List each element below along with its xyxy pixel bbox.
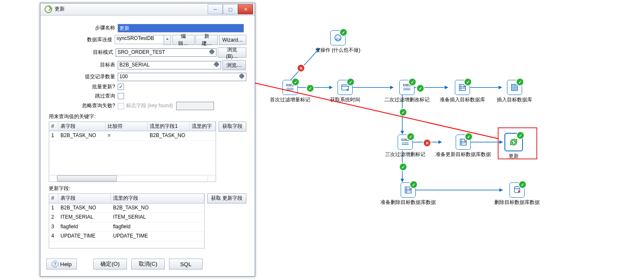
table-row[interactable]: 1B2B_TASK_NOB2B_TASK_NO bbox=[49, 203, 204, 213]
table-row[interactable]: 4UPDATE_TIMEUPDATE_TIME bbox=[49, 232, 204, 241]
maximize-button[interactable]: ▢ bbox=[223, 4, 238, 14]
update-section-title: 更新字段: bbox=[49, 185, 246, 192]
cancel-button[interactable]: 取消(C) bbox=[131, 259, 165, 269]
path-ok-icon: ✓ bbox=[399, 163, 407, 171]
svg-point-10 bbox=[335, 35, 341, 41]
node-ins[interactable]: ✓ 插入目标数据库 bbox=[497, 80, 532, 103]
node-filter1[interactable]: ✓ 首次过滤增量标记 bbox=[270, 80, 310, 103]
batch-label: 批量更新? bbox=[49, 84, 118, 90]
schema-input[interactable]: SRO_ORDER_TEST bbox=[116, 48, 216, 57]
keys-table-body[interactable]: 1B2B_TASK_NO=B2B_TASK_NO bbox=[49, 131, 216, 175]
svg-rect-19 bbox=[460, 139, 467, 145]
commit-input[interactable]: 100 bbox=[118, 73, 246, 81]
node-filter3[interactable]: ✓ 三次过滤增删标记 bbox=[385, 135, 425, 158]
connection-select[interactable]: syncSROTestDB bbox=[115, 35, 164, 44]
svg-rect-20 bbox=[405, 187, 412, 193]
dialog-buttons: ?Help 确定(O) 取消(C) SQL bbox=[46, 254, 249, 274]
dropdown-icon[interactable] bbox=[164, 35, 171, 45]
flow-canvas[interactable]: ✕ ✓ ✓ ✓ ✕ ✓ ✓ 空操作 (什么也不做) ✓ 首次过滤增量标记 ✓ 获… bbox=[261, 0, 555, 223]
table-row[interactable]: 1B2B_TASK_NO=B2B_TASK_NO bbox=[49, 131, 216, 141]
svg-point-12 bbox=[338, 37, 339, 37]
browse-table-button[interactable]: 浏览… bbox=[222, 60, 246, 70]
table-row[interactable]: 3flagfieldflagfield bbox=[49, 222, 204, 232]
node-del[interactable]: ✓ 删除目标数据库数据 bbox=[494, 182, 540, 206]
skip-checkbox[interactable] bbox=[118, 93, 124, 99]
batch-checkbox[interactable] bbox=[118, 84, 124, 90]
keyfield-input bbox=[176, 102, 214, 110]
conn-label: 数据库连接 bbox=[49, 37, 115, 43]
step-label: 步骤名称 bbox=[49, 25, 118, 32]
update-dialog: 更新 ─ ▢ ✕ 步骤名称 更新 数据库连接 syncSROTestDB 编辑…… bbox=[40, 3, 255, 277]
svg-rect-16 bbox=[459, 85, 466, 91]
step-name-input[interactable]: 更新 bbox=[118, 24, 244, 32]
dialog-title: 更新 bbox=[55, 6, 65, 13]
edit-button[interactable]: 编辑… bbox=[172, 35, 194, 45]
close-button[interactable]: ✕ bbox=[238, 4, 253, 14]
get-keys-button[interactable]: 获取字段 bbox=[219, 122, 246, 132]
keys-section-title: 用来查询值的关键字: bbox=[49, 114, 246, 120]
browse-schema-button[interactable]: 浏览(B)… bbox=[218, 48, 247, 58]
new-button[interactable]: 新建… bbox=[195, 35, 217, 45]
keyfield-hint: 标志字段 (key found) bbox=[126, 103, 173, 109]
table-label: 目标表 bbox=[49, 62, 118, 69]
node-upd[interactable]: ✓ 更新 bbox=[504, 133, 523, 160]
title-bar[interactable]: 更新 ─ ▢ ✕ bbox=[40, 3, 255, 16]
table-row[interactable]: 2ITEM_SERIALITEM_SERIAL bbox=[49, 213, 204, 222]
ok-button[interactable]: 确定(O) bbox=[93, 259, 127, 269]
keys-table-header: # 表字段 比较符 流里的字段1 流里的字 bbox=[49, 122, 216, 132]
wizard-button[interactable]: Wizard… bbox=[219, 35, 246, 45]
path-fail-icon: ✕ bbox=[297, 64, 305, 72]
node-gettime[interactable]: ✓ 获取系统时间 bbox=[330, 80, 360, 103]
update-table-header: # 表字段 流里的字段 bbox=[49, 194, 204, 203]
minimize-button[interactable]: ─ bbox=[208, 4, 223, 14]
svg-point-11 bbox=[336, 37, 337, 37]
node-prepins[interactable]: ✓ 准备插入目标数据库 bbox=[440, 80, 485, 103]
sql-button[interactable]: SQL bbox=[169, 259, 203, 269]
node-filter2[interactable]: ✓ 二次过滤增删改标记 bbox=[384, 80, 430, 103]
ignore-label: 忽略查询失败? bbox=[49, 103, 118, 109]
table-input[interactable]: B2B_SERIAL bbox=[118, 61, 221, 69]
refresh-icon bbox=[45, 5, 52, 13]
commit-label: 提交记录数量 bbox=[49, 74, 118, 80]
update-table-body[interactable]: 1B2B_TASK_NOB2B_TASK_NO2ITEM_SERIALITEM_… bbox=[49, 203, 204, 248]
help-button[interactable]: ?Help bbox=[46, 259, 77, 269]
path-ok-icon: ✓ bbox=[399, 108, 407, 116]
node-noop[interactable]: ✓ 空操作 (什么也不做) bbox=[315, 30, 360, 54]
ignore-checkbox bbox=[118, 103, 124, 109]
node-prepupd[interactable]: ✓ 准备更新目标数据库数据 bbox=[435, 135, 491, 158]
get-update-button[interactable]: 获取 更新字段 bbox=[207, 193, 246, 203]
skip-label: 跳过查询 bbox=[49, 93, 118, 100]
schema-label: 目标模式 bbox=[49, 49, 116, 56]
node-prepdel[interactable]: ✓ 准备删除目标数据库数据 bbox=[380, 182, 436, 206]
